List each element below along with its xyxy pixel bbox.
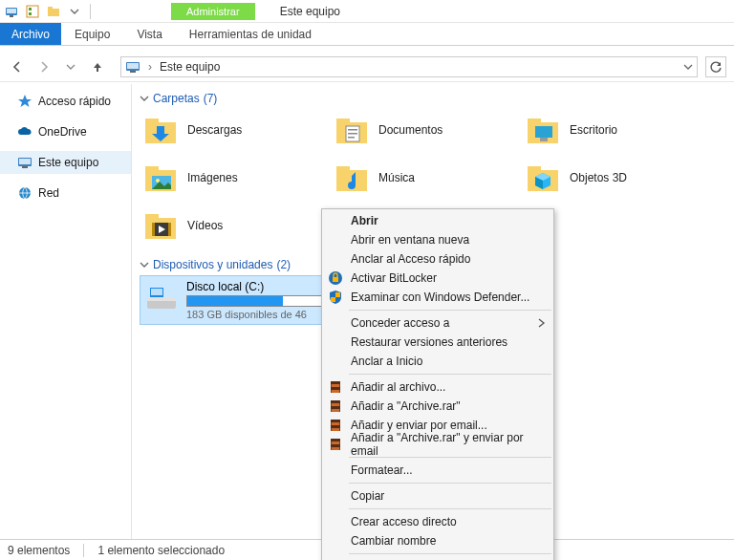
menu-separator (349, 483, 551, 484)
sidebar-item-network[interactable]: Red (0, 182, 131, 205)
menu-item-label: Añadir al archivo... (351, 380, 445, 394)
svg-rect-54 (331, 400, 340, 403)
ribbon-tab-equipo[interactable]: Equipo (61, 23, 123, 45)
drive-local-c[interactable]: Disco local (C:) 183 GB disponibles de 4… (140, 275, 350, 325)
svg-rect-57 (332, 409, 339, 412)
pictures-icon (143, 161, 178, 195)
sidebar-item-label: Red (38, 186, 59, 200)
sidebar-item-label: OneDrive (38, 125, 87, 139)
qat-new-folder-icon[interactable] (46, 4, 61, 19)
menu-item[interactable]: Abrir (322, 211, 553, 230)
objects-3d-icon (526, 161, 560, 195)
breadcrumb-sep: › (148, 60, 152, 74)
folder-label: Descargas (187, 123, 242, 137)
separator (83, 544, 84, 557)
ribbon-tab-vista[interactable]: Vista (123, 23, 175, 45)
qat-dropdown-icon[interactable] (67, 4, 82, 19)
menu-item[interactable]: Cambiar nombre (322, 531, 553, 550)
menu-item[interactable]: Anclar a Inicio (322, 352, 553, 371)
svg-rect-32 (336, 166, 350, 172)
qat-properties-icon[interactable] (25, 4, 40, 19)
menu-item[interactable]: Abrir en ventana nueva (322, 230, 553, 249)
sidebar-item-thispc[interactable]: Este equipo (0, 151, 131, 174)
menu-item[interactable]: Activar BitLocker (322, 269, 553, 288)
svg-rect-26 (540, 138, 548, 141)
drive-icon (144, 280, 179, 314)
menu-item[interactable]: Examinar con Windows Defender... (322, 288, 553, 307)
folder-label: Objetos 3D (570, 171, 627, 184)
folder-3dobjects[interactable]: Objetos 3D (522, 157, 713, 199)
menu-item[interactable]: Restaurar versiones anteriores (322, 333, 553, 352)
svg-rect-25 (535, 126, 552, 138)
ribbon-tab-file[interactable]: Archivo (0, 23, 61, 45)
menu-item[interactable]: Crear acceso directo (322, 512, 553, 531)
svg-rect-56 (332, 403, 339, 406)
contextual-tab-manage[interactable]: Administrar (171, 3, 255, 20)
music-icon (335, 161, 369, 195)
folder-documents[interactable]: Documentos (331, 109, 522, 151)
menu-item[interactable]: Copiar (322, 486, 553, 506)
svg-rect-46 (335, 292, 340, 297)
pc-icon (17, 155, 32, 170)
group-label: Carpetas (153, 92, 200, 105)
nav-back-button[interactable] (8, 57, 27, 76)
folder-label: Escritorio (570, 123, 617, 137)
address-dropdown-icon[interactable] (683, 62, 693, 72)
refresh-button[interactable] (705, 56, 726, 77)
folder-downloads[interactable]: Descargas (140, 109, 331, 151)
menu-item-label: Activar BitLocker (351, 271, 437, 285)
svg-rect-18 (336, 118, 350, 124)
svg-rect-43 (151, 289, 162, 295)
svg-rect-34 (528, 166, 541, 172)
folder-videos[interactable]: Vídeos (140, 205, 331, 247)
menu-item-label: Abrir en ventana nueva (351, 233, 469, 247)
rar-icon (328, 398, 343, 414)
folder-label: Imágenes (187, 171, 238, 184)
svg-rect-10 (130, 71, 136, 73)
sidebar-item-quick-access[interactable]: Acceso rápido (0, 90, 131, 113)
menu-item-label: Añadir y enviar por email... (351, 419, 487, 432)
sidebar-item-label: Este equipo (38, 156, 98, 169)
folder-label: Música (378, 171, 415, 184)
network-icon (17, 185, 32, 201)
menu-separator (349, 508, 551, 509)
group-count: (7) (204, 92, 218, 105)
menu-item-label: Restaurar versiones anteriores (351, 335, 507, 349)
ribbon-tab-herramientas[interactable]: Herramientas de unidad (176, 23, 325, 45)
menu-item[interactable]: Añadir a "Archive.rar" (322, 397, 553, 416)
folder-desktop[interactable]: Escritorio (522, 109, 713, 151)
address-bar[interactable]: › Este equipo (120, 56, 698, 77)
menu-item[interactable]: Formatear... (322, 461, 553, 480)
nav-forward-button[interactable] (34, 57, 54, 76)
nav-up-button[interactable] (88, 57, 107, 76)
svg-rect-51 (332, 384, 339, 387)
folder-label: Vídeos (187, 219, 223, 232)
svg-rect-1 (7, 9, 16, 13)
nav-recent-dropdown[interactable] (61, 57, 80, 76)
navigation-pane: Acceso rápido OneDrive Este equipo Red (0, 84, 132, 539)
menu-item-label: Añadir a "Archive.rar" (351, 399, 461, 413)
breadcrumb-current[interactable]: Este equipo (160, 60, 220, 74)
folder-music[interactable]: Música (331, 157, 522, 199)
titlebar: Administrar Este equipo (0, 0, 734, 23)
svg-rect-6 (48, 9, 59, 16)
rar-icon (328, 437, 343, 452)
cloud-icon (17, 124, 32, 140)
menu-item[interactable]: Conceder acceso a (322, 313, 553, 333)
menu-item[interactable]: Añadir al archivo... (322, 377, 553, 397)
svg-rect-49 (331, 381, 340, 384)
drive-capacity-fill (187, 296, 283, 306)
group-header-folders[interactable]: Carpetas (7) (140, 92, 726, 105)
svg-rect-22 (348, 137, 355, 139)
menu-item[interactable]: Añadir a "Archive.rar" y enviar por emai… (322, 435, 553, 454)
sidebar-item-onedrive[interactable]: OneDrive (0, 120, 131, 143)
svg-rect-60 (331, 425, 340, 428)
context-menu: AbrirAbrir en ventana nuevaAnclar al Acc… (321, 208, 554, 560)
menu-item-label: Cambiar nombre (351, 534, 436, 548)
menu-item-label: Anclar a Inicio (351, 355, 422, 368)
menu-item[interactable]: Anclar al Acceso rápido (322, 249, 553, 269)
submenu-arrow-icon (538, 318, 546, 328)
folder-pictures[interactable]: Imágenes (140, 157, 331, 199)
svg-rect-13 (22, 166, 28, 168)
window-title: Este equipo (280, 5, 340, 18)
